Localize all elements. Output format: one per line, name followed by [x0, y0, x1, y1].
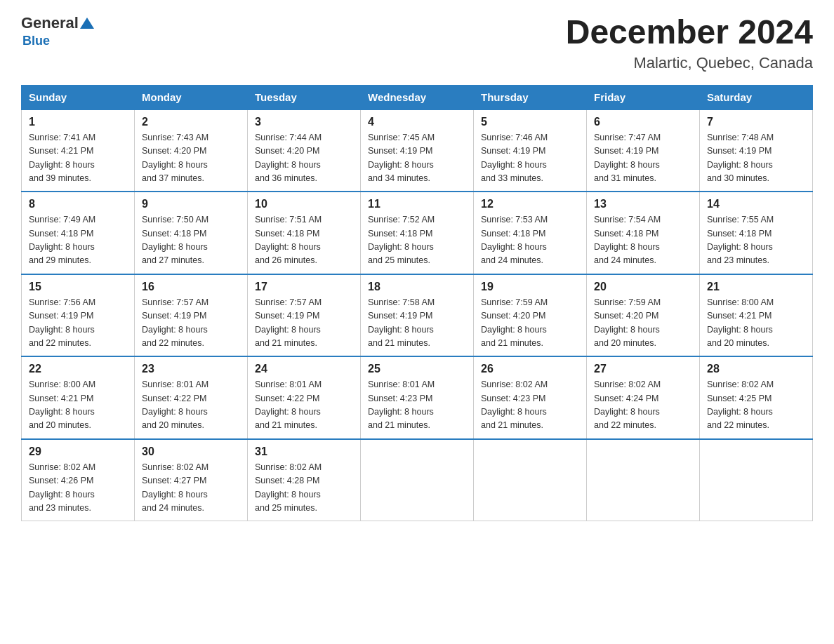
- day-number: 10: [255, 198, 353, 210]
- day-number: 21: [707, 281, 805, 293]
- day-number: 7: [707, 116, 805, 128]
- day-info: Sunrise: 8:02 AMSunset: 4:26 PMDaylight:…: [29, 461, 127, 516]
- day-number: 29: [29, 445, 127, 458]
- day-info: Sunrise: 7:41 AMSunset: 4:21 PMDaylight:…: [29, 131, 127, 186]
- title-area: December 2024 Malartic, Quebec, Canada: [566, 14, 813, 72]
- day-info: Sunrise: 7:46 AMSunset: 4:19 PMDaylight:…: [481, 131, 579, 186]
- calendar-cell: 2 Sunrise: 7:43 AMSunset: 4:20 PMDayligh…: [135, 109, 248, 192]
- day-number: 11: [368, 198, 466, 210]
- calendar-cell: 8 Sunrise: 7:49 AMSunset: 4:18 PMDayligh…: [22, 192, 135, 274]
- day-info: Sunrise: 7:52 AMSunset: 4:18 PMDaylight:…: [368, 213, 466, 268]
- day-number: 13: [594, 198, 692, 210]
- col-sunday: Sunday: [22, 85, 135, 109]
- calendar-cell: 20 Sunrise: 7:59 AMSunset: 4:20 PMDaylig…: [587, 274, 700, 357]
- day-info: Sunrise: 7:47 AMSunset: 4:19 PMDaylight:…: [594, 131, 692, 186]
- header: General Blue December 2024 Malartic, Que…: [21, 14, 813, 72]
- calendar-cell: 17 Sunrise: 7:57 AMSunset: 4:19 PMDaylig…: [248, 274, 361, 357]
- day-number: 28: [707, 363, 805, 375]
- day-info: Sunrise: 8:02 AMSunset: 4:24 PMDaylight:…: [594, 378, 692, 433]
- calendar-cell: 28 Sunrise: 8:02 AMSunset: 4:25 PMDaylig…: [700, 356, 813, 439]
- day-number: 22: [29, 363, 127, 375]
- calendar-cell: 4 Sunrise: 7:45 AMSunset: 4:19 PMDayligh…: [361, 109, 474, 192]
- day-number: 26: [481, 363, 579, 375]
- day-info: Sunrise: 7:57 AMSunset: 4:19 PMDaylight:…: [255, 296, 353, 351]
- calendar-cell: 9 Sunrise: 7:50 AMSunset: 4:18 PMDayligh…: [135, 192, 248, 274]
- day-number: 17: [255, 281, 353, 293]
- col-saturday: Saturday: [700, 85, 813, 109]
- calendar-cell: 14 Sunrise: 7:55 AMSunset: 4:18 PMDaylig…: [700, 192, 813, 274]
- day-info: Sunrise: 7:56 AMSunset: 4:19 PMDaylight:…: [29, 296, 127, 351]
- calendar-cell: 27 Sunrise: 8:02 AMSunset: 4:24 PMDaylig…: [587, 356, 700, 439]
- day-info: Sunrise: 7:57 AMSunset: 4:19 PMDaylight:…: [142, 296, 240, 351]
- calendar-cell: 26 Sunrise: 8:02 AMSunset: 4:23 PMDaylig…: [474, 356, 587, 439]
- calendar-cell: 3 Sunrise: 7:44 AMSunset: 4:20 PMDayligh…: [248, 109, 361, 192]
- day-number: 1: [29, 116, 127, 128]
- logo: General Blue: [21, 14, 95, 48]
- calendar-cell: 7 Sunrise: 7:48 AMSunset: 4:19 PMDayligh…: [700, 109, 813, 192]
- day-info: Sunrise: 7:43 AMSunset: 4:20 PMDaylight:…: [142, 131, 240, 186]
- calendar-row-1: 1 Sunrise: 7:41 AMSunset: 4:21 PMDayligh…: [22, 109, 813, 192]
- day-number: 2: [142, 116, 240, 128]
- day-info: Sunrise: 7:58 AMSunset: 4:19 PMDaylight:…: [368, 296, 466, 351]
- calendar-row-3: 15 Sunrise: 7:56 AMSunset: 4:19 PMDaylig…: [22, 274, 813, 357]
- calendar-row-2: 8 Sunrise: 7:49 AMSunset: 4:18 PMDayligh…: [22, 192, 813, 274]
- day-number: 24: [255, 363, 353, 375]
- day-info: Sunrise: 7:50 AMSunset: 4:18 PMDaylight:…: [142, 213, 240, 268]
- calendar-cell: 13 Sunrise: 7:54 AMSunset: 4:18 PMDaylig…: [587, 192, 700, 274]
- day-info: Sunrise: 7:59 AMSunset: 4:20 PMDaylight:…: [594, 296, 692, 351]
- day-info: Sunrise: 7:54 AMSunset: 4:18 PMDaylight:…: [594, 213, 692, 268]
- day-number: 16: [142, 281, 240, 293]
- calendar-cell: 16 Sunrise: 7:57 AMSunset: 4:19 PMDaylig…: [135, 274, 248, 357]
- col-friday: Friday: [587, 85, 700, 109]
- calendar-cell: 12 Sunrise: 7:53 AMSunset: 4:18 PMDaylig…: [474, 192, 587, 274]
- day-number: 6: [594, 116, 692, 128]
- calendar-cell: 10 Sunrise: 7:51 AMSunset: 4:18 PMDaylig…: [248, 192, 361, 274]
- calendar-cell: 15 Sunrise: 7:56 AMSunset: 4:19 PMDaylig…: [22, 274, 135, 357]
- day-info: Sunrise: 7:59 AMSunset: 4:20 PMDaylight:…: [481, 296, 579, 351]
- calendar-cell: 6 Sunrise: 7:47 AMSunset: 4:19 PMDayligh…: [587, 109, 700, 192]
- day-info: Sunrise: 8:01 AMSunset: 4:23 PMDaylight:…: [368, 378, 466, 433]
- logo-triangle-icon: [80, 18, 94, 29]
- day-info: Sunrise: 7:49 AMSunset: 4:18 PMDaylight:…: [29, 213, 127, 268]
- header-row: Sunday Monday Tuesday Wednesday Thursday…: [22, 85, 813, 109]
- logo-general-text: General: [21, 14, 79, 32]
- day-number: 19: [481, 281, 579, 293]
- day-number: 5: [481, 116, 579, 128]
- day-number: 27: [594, 363, 692, 375]
- month-year-title: December 2024: [566, 14, 813, 51]
- calendar-cell: 30 Sunrise: 8:02 AMSunset: 4:27 PMDaylig…: [135, 439, 248, 521]
- calendar-cell: 5 Sunrise: 7:46 AMSunset: 4:19 PMDayligh…: [474, 109, 587, 192]
- day-info: Sunrise: 8:02 AMSunset: 4:25 PMDaylight:…: [707, 378, 805, 433]
- calendar-cell: [361, 439, 474, 521]
- col-monday: Monday: [135, 85, 248, 109]
- day-info: Sunrise: 7:53 AMSunset: 4:18 PMDaylight:…: [481, 213, 579, 268]
- calendar-cell: 31 Sunrise: 8:02 AMSunset: 4:28 PMDaylig…: [248, 439, 361, 521]
- day-info: Sunrise: 7:44 AMSunset: 4:20 PMDaylight:…: [255, 131, 353, 186]
- day-info: Sunrise: 8:01 AMSunset: 4:22 PMDaylight:…: [255, 378, 353, 433]
- day-info: Sunrise: 8:02 AMSunset: 4:27 PMDaylight:…: [142, 461, 240, 516]
- day-number: 4: [368, 116, 466, 128]
- calendar-cell: [700, 439, 813, 521]
- day-number: 30: [142, 445, 240, 458]
- calendar-cell: [474, 439, 587, 521]
- day-number: 18: [368, 281, 466, 293]
- calendar-cell: 29 Sunrise: 8:02 AMSunset: 4:26 PMDaylig…: [22, 439, 135, 521]
- day-info: Sunrise: 8:02 AMSunset: 4:23 PMDaylight:…: [481, 378, 579, 433]
- calendar-cell: 1 Sunrise: 7:41 AMSunset: 4:21 PMDayligh…: [22, 109, 135, 192]
- calendar-cell: 22 Sunrise: 8:00 AMSunset: 4:21 PMDaylig…: [22, 356, 135, 439]
- calendar-cell: 23 Sunrise: 8:01 AMSunset: 4:22 PMDaylig…: [135, 356, 248, 439]
- col-thursday: Thursday: [474, 85, 587, 109]
- day-number: 8: [29, 198, 127, 210]
- calendar-row-4: 22 Sunrise: 8:00 AMSunset: 4:21 PMDaylig…: [22, 356, 813, 439]
- day-number: 15: [29, 281, 127, 293]
- col-wednesday: Wednesday: [361, 85, 474, 109]
- day-info: Sunrise: 7:51 AMSunset: 4:18 PMDaylight:…: [255, 213, 353, 268]
- day-number: 12: [481, 198, 579, 210]
- day-info: Sunrise: 7:45 AMSunset: 4:19 PMDaylight:…: [368, 131, 466, 186]
- day-info: Sunrise: 8:00 AMSunset: 4:21 PMDaylight:…: [29, 378, 127, 433]
- day-number: 14: [707, 198, 805, 210]
- calendar-cell: 11 Sunrise: 7:52 AMSunset: 4:18 PMDaylig…: [361, 192, 474, 274]
- calendar-cell: 18 Sunrise: 7:58 AMSunset: 4:19 PMDaylig…: [361, 274, 474, 357]
- calendar-cell: 21 Sunrise: 8:00 AMSunset: 4:21 PMDaylig…: [700, 274, 813, 357]
- day-number: 20: [594, 281, 692, 293]
